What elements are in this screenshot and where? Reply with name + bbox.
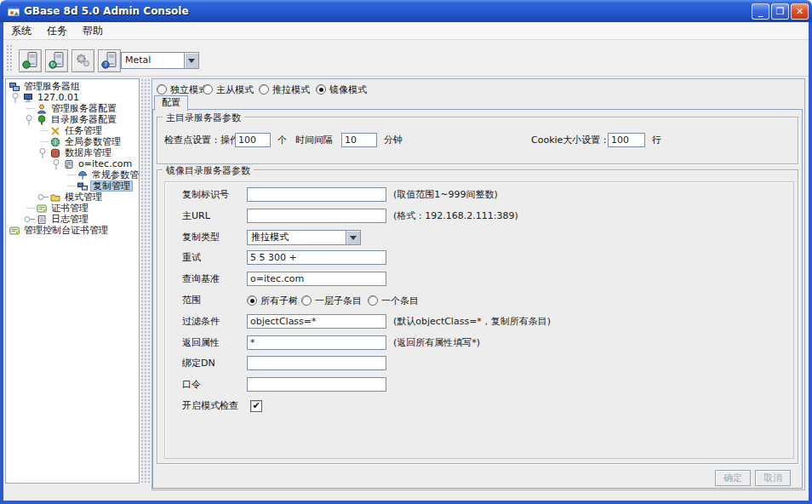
text-field[interactable]	[247, 187, 386, 202]
radio-icon	[316, 84, 326, 94]
mode-radio-1[interactable]: 独立模式	[157, 83, 208, 95]
tree-item-label: 复制管理	[90, 180, 133, 192]
tree-collapse-handle-icon[interactable]	[9, 92, 21, 103]
look-and-feel-value[interactable]: Metal	[121, 52, 184, 69]
tree-item[interactable]: 日志管理	[6, 214, 139, 225]
mode-radio-label: 推拉模式	[272, 83, 310, 96]
tree-item[interactable]: 任务管理	[6, 125, 139, 136]
tree-item[interactable]: 证书管理	[6, 203, 139, 214]
checkpoint-ops-field[interactable]: 100	[235, 133, 271, 147]
certificate-icon	[37, 203, 47, 214]
mirror-server-params-group: 镜像目录服务器参数 复制标识号(取值范围1~999间整数)主URL(格式：192…	[157, 169, 798, 464]
tree-item[interactable]: 管理服务器配置	[6, 103, 139, 114]
admin-user-icon	[37, 104, 47, 114]
scope-radio-3[interactable]: 一个条目	[368, 295, 419, 306]
look-and-feel-combobox[interactable]: Metal	[121, 52, 199, 69]
main-area: 管理服务器组127.0.01管理服务器配置目录服务器配置任务管理全局参数管理数据…	[3, 77, 809, 501]
tree-item[interactable]: 管理控制台证书管理	[6, 225, 139, 236]
toolbar-grip-handle[interactable]	[6, 44, 13, 72]
form-row: 范围所有子树一层子条目一个条目	[165, 293, 793, 308]
mode-radio-4[interactable]: 镜像模式	[316, 83, 367, 95]
tree-expand-handle-icon[interactable]	[37, 192, 49, 203]
text-field[interactable]	[247, 356, 386, 370]
splitpane-divider[interactable]	[141, 78, 150, 484]
tree-item[interactable]: 全局参数管理	[6, 136, 139, 147]
window-title: GBase 8d 5.0 Admin Console	[24, 5, 189, 17]
text-field[interactable]: objectClass=*	[247, 314, 386, 329]
menu-item-3[interactable]: 帮助	[75, 22, 111, 40]
cancel-button[interactable]: 取消	[755, 470, 791, 486]
field-hint: (返回所有属性填写*)	[393, 335, 480, 350]
tree-item[interactable]: 127.0.01	[6, 92, 139, 103]
tree-item[interactable]: 目录服务器配置	[6, 114, 139, 125]
application-window: GBase 8d 5.0 Admin Console _ ❐ ✕ 系统任务帮助 …	[0, 0, 812, 504]
minimize-button[interactable]: _	[752, 3, 769, 20]
combo-dropdown-button[interactable]	[184, 52, 199, 69]
tree-item-label: 127.0.01	[36, 92, 81, 103]
tab-config[interactable]: 配置	[154, 95, 188, 111]
text-field[interactable]: o=itec.com	[247, 272, 386, 286]
gears-icon	[72, 51, 94, 70]
field-label: 绑定DN	[182, 356, 215, 370]
tree-connector-line	[26, 108, 35, 109]
tree-item[interactable]: 常规参数管理	[6, 169, 139, 180]
text-field[interactable]	[247, 209, 386, 223]
combo-value: 推拉模式	[247, 230, 346, 245]
mode-radio-3[interactable]: 推拉模式	[259, 83, 310, 95]
field-label: 复制类型	[182, 230, 220, 244]
toolbar-server-help-button[interactable]: ?	[98, 49, 121, 72]
menu-item-1[interactable]: 系统	[3, 22, 39, 40]
toolbar: ↻? Metal	[3, 40, 809, 77]
tree-item-label: 管理控制台证书管理	[22, 225, 110, 236]
tree-connector-line	[26, 208, 35, 209]
tree-item-label: 管理服务器配置	[49, 103, 118, 114]
maximize-button[interactable]: ❐	[771, 3, 789, 20]
close-button[interactable]: ✕	[791, 3, 809, 20]
schema-check-checkbox[interactable]: ✔	[250, 400, 262, 412]
ok-button[interactable]: 确定	[715, 470, 751, 486]
mode-radio-label: 镜像模式	[329, 83, 367, 96]
tree-icon	[37, 115, 47, 125]
tree-item[interactable]: 数据库管理	[6, 147, 139, 158]
field-label: 重试	[182, 250, 201, 265]
tree-collapse-handle-icon[interactable]	[23, 114, 35, 125]
field-label: 查询基准	[182, 272, 220, 286]
tree-item[interactable]: 模式管理	[6, 192, 139, 203]
toolbar-settings-button[interactable]	[71, 49, 94, 72]
server-help-icon: ?	[99, 51, 120, 70]
text-field[interactable]: 5 5 300 +	[247, 250, 386, 265]
tree-collapse-handle-icon[interactable]	[50, 158, 62, 169]
tree-item-label: 任务管理	[63, 125, 104, 136]
scope-radio-label: 一个条目	[381, 295, 419, 307]
cookie-size-field[interactable]: 100	[608, 133, 645, 147]
form-row: 复制类型推拉模式	[165, 230, 793, 245]
mode-radio-2[interactable]: 主从模式	[203, 83, 254, 95]
menu-item-2[interactable]: 任务	[39, 22, 75, 40]
toolbar-server-connect-button[interactable]	[19, 49, 42, 72]
master-server-params-group: 主目录服务器参数 检查点设置：操作数 100 个 时间间隔 10 分钟 Cook…	[157, 117, 798, 164]
field-label: 主URL	[182, 209, 210, 223]
tree-item-label: 全局参数管理	[63, 136, 123, 147]
combo-dropdown-button[interactable]	[346, 230, 361, 245]
radio-icon	[157, 84, 167, 94]
cookie-unit: 行	[652, 133, 661, 147]
tree-item[interactable]: 管理服务器组	[6, 81, 139, 92]
scope-radio-2[interactable]: 一层子条目	[301, 295, 362, 306]
tree-expand-handle-icon[interactable]	[23, 214, 35, 225]
interval-field[interactable]: 10	[341, 133, 377, 147]
scope-radio-1[interactable]: 所有子树	[247, 295, 298, 306]
replication-type-combobox[interactable]: 推拉模式	[247, 230, 361, 245]
text-field[interactable]	[247, 377, 386, 392]
text-field[interactable]: *	[247, 335, 386, 350]
tree-item[interactable]: 复制管理	[6, 180, 139, 192]
chevron-down-icon	[188, 59, 195, 63]
log-icon	[37, 215, 47, 225]
toolbar-server-refresh-button[interactable]: ↻	[45, 49, 68, 72]
cookie-size-label: Cookie大小设置：	[531, 133, 609, 147]
form-row: 主URL(格式：192.168.2.111:389)	[165, 209, 793, 224]
tree-collapse-handle-icon[interactable]	[37, 147, 49, 158]
tree-item[interactable]: o=itec.com	[6, 158, 139, 169]
servers-group-icon	[9, 82, 20, 92]
config-panel: 独立模式主从模式推拉模式镜像模式 配置 主目录服务器参数 检查点设置：操作数 1…	[152, 78, 805, 490]
field-label: 范围	[182, 293, 201, 307]
